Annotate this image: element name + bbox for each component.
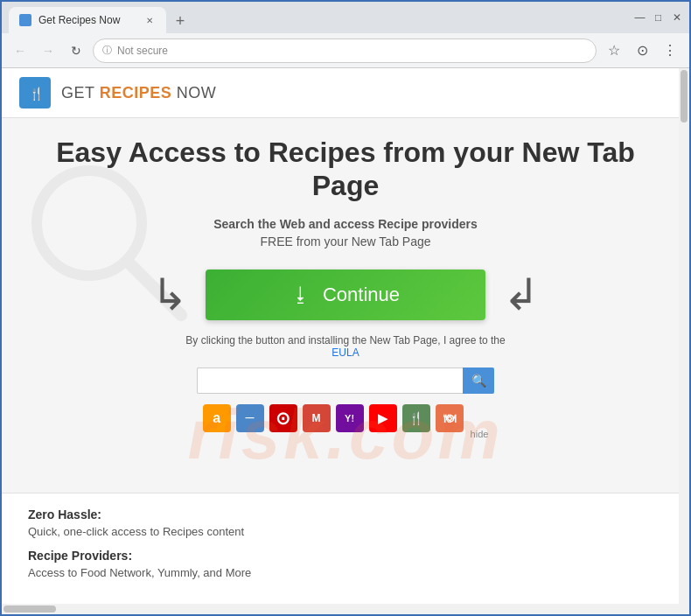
hero-subtitle2: FREE from your New Tab Page xyxy=(260,234,430,248)
eula-link[interactable]: EULA xyxy=(332,346,359,359)
features-section: Zero Hassle: Quick, one-click access to … xyxy=(2,493,689,604)
arrow-left-icon: ↳ xyxy=(151,270,188,320)
address-bar[interactable]: ⓘ Not secure xyxy=(93,38,597,63)
not-secure-label: Not secure xyxy=(117,45,168,57)
quick-link-food1[interactable]: 🍴 xyxy=(402,404,430,432)
hide-quicklinks-button[interactable]: hide xyxy=(471,429,489,439)
search-icon: 🔍 xyxy=(471,374,486,388)
search-input[interactable] xyxy=(197,368,463,394)
continue-button[interactable]: ⭳ Continue xyxy=(206,270,485,320)
eula-text: By clicking the button and installing th… xyxy=(185,334,505,359)
feature-zero-hassle: Zero Hassle: Quick, one-click access to … xyxy=(28,508,663,538)
page-header: 🍴 GET RECIPES NOW xyxy=(2,68,689,118)
account-button[interactable]: ⊙ xyxy=(630,38,654,63)
site-logo: 🍴 xyxy=(19,77,51,108)
back-button[interactable]: ← xyxy=(9,39,31,62)
tab-strip: Get Recipes Now ✕ + xyxy=(9,2,631,33)
title-recipes: RECIPES xyxy=(100,84,172,102)
menu-button[interactable]: ⋮ xyxy=(658,38,682,63)
quick-link-youtube[interactable]: ▶ xyxy=(369,404,397,432)
horizontal-scrollbar[interactable] xyxy=(2,604,689,614)
scrollbar-thumb[interactable] xyxy=(681,70,688,122)
nav-right-icons: ☆ ⊙ ⋮ xyxy=(602,38,682,63)
feature-recipe-providers-desc: Access to Food Network, Yummly, and More xyxy=(28,566,663,579)
tab-title: Get Recipes Now xyxy=(38,14,136,26)
browser-window: Get Recipes Now ✕ + — □ ✕ ← → ↻ ⓘ Not se… xyxy=(0,0,691,616)
eula-line1: By clicking the button and installing th… xyxy=(185,334,505,346)
search-bar-area: 🔍 xyxy=(197,368,494,394)
quick-links: a — ⊙ M Y! ▶ 🍴 🍽 xyxy=(203,404,464,432)
bookmark-button[interactable]: ☆ xyxy=(602,38,626,63)
feature-recipe-providers-title: Recipe Providers: xyxy=(28,549,663,563)
title-bar: Get Recipes Now ✕ + — □ ✕ xyxy=(2,2,689,33)
quick-link-food2[interactable]: 🍽 xyxy=(436,404,464,432)
close-button[interactable]: ✕ xyxy=(671,12,682,24)
quick-link-gmail[interactable]: M xyxy=(303,404,331,432)
download-icon: ⭳ xyxy=(291,284,311,306)
navigation-bar: ← → ↻ ⓘ Not secure ☆ ⊙ ⋮ xyxy=(2,33,689,68)
title-now: NOW xyxy=(171,84,216,102)
main-content: risk.com Easy Access to Recipes from you… xyxy=(2,118,689,493)
active-tab[interactable]: Get Recipes Now ✕ xyxy=(9,7,166,33)
quick-link-amazon[interactable]: a xyxy=(203,404,231,432)
horizontal-scrollbar-thumb[interactable] xyxy=(3,606,56,612)
svg-text:🍴: 🍴 xyxy=(29,87,45,102)
feature-zero-hassle-desc: Quick, one-click access to Recipes conte… xyxy=(28,525,663,538)
webpage: 🍴 GET RECIPES NOW risk.com Easy Access t… xyxy=(2,68,689,614)
tab-close-button[interactable]: ✕ xyxy=(143,14,156,26)
quick-link-yahoo[interactable]: Y! xyxy=(336,404,364,432)
tab-favicon xyxy=(19,14,31,26)
cta-area: ↳ ⭳ Continue ↲ xyxy=(151,270,540,320)
arrow-right-icon: ↲ xyxy=(503,270,540,320)
quick-link-blue[interactable]: — xyxy=(236,404,264,432)
title-get: GET xyxy=(61,84,100,102)
reload-button[interactable]: ↻ xyxy=(65,39,87,62)
maximize-button[interactable]: □ xyxy=(653,12,664,24)
continue-label: Continue xyxy=(323,284,400,306)
window-controls: — □ ✕ xyxy=(634,12,682,24)
hero-subtitle1: Search the Web and access Recipe provide… xyxy=(213,217,478,231)
new-tab-button[interactable]: + xyxy=(168,9,192,33)
feature-zero-hassle-title: Zero Hassle: xyxy=(28,508,663,522)
feature-recipe-providers: Recipe Providers: Access to Food Network… xyxy=(28,549,663,579)
minimize-button[interactable]: — xyxy=(634,12,646,24)
security-icon: ⓘ xyxy=(102,44,112,57)
quick-link-target[interactable]: ⊙ xyxy=(269,404,297,432)
search-button[interactable]: 🔍 xyxy=(463,368,494,394)
site-title: GET RECIPES NOW xyxy=(61,84,216,102)
forward-button[interactable]: → xyxy=(37,39,59,62)
